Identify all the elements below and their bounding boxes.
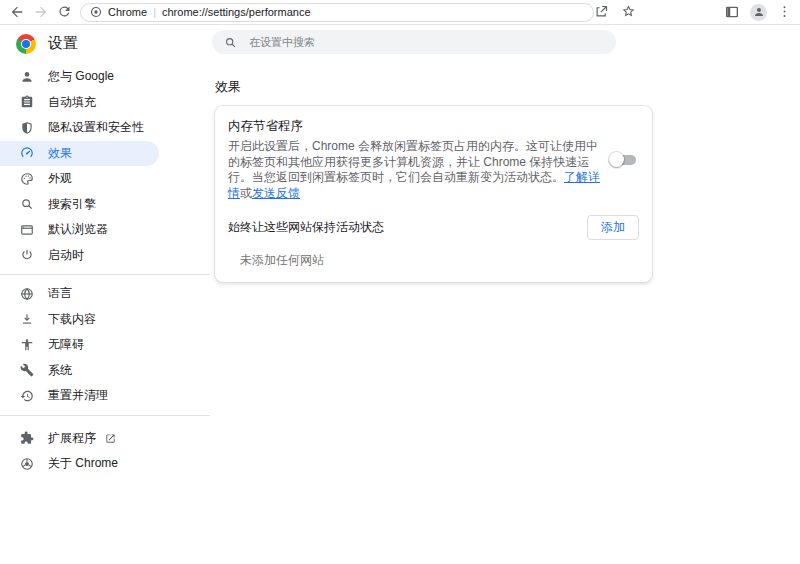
sidebar-item-on-startup[interactable]: 启动时 [0, 243, 210, 269]
sidebar-item-accessibility[interactable]: 无障碍 [0, 332, 210, 358]
search-icon [224, 36, 237, 49]
side-panel-icon[interactable] [724, 4, 740, 20]
download-icon [20, 312, 34, 326]
reload-icon[interactable] [57, 4, 73, 20]
sidebar-item-label: 无障碍 [48, 336, 84, 353]
chrome-mini-icon [90, 6, 102, 18]
sidebar-item-search-engine[interactable]: 搜索引擎 [0, 192, 210, 218]
sidebar-item-label: 默认浏览器 [48, 221, 108, 238]
toggle-knob [609, 152, 624, 167]
settings-search-bar[interactable] [212, 30, 616, 54]
sidebar-item-label: 您与 Google [48, 68, 114, 85]
add-site-button[interactable]: 添加 [587, 215, 639, 240]
autofill-icon [20, 95, 34, 109]
sidebar-item-label: 搜索引擎 [48, 196, 96, 213]
send-feedback-link[interactable]: 发送反馈 [252, 186, 300, 200]
sidebar-item-label: 关于 Chrome [48, 455, 118, 472]
sidebar-item-label: 自动填充 [48, 94, 96, 111]
sidebar-item-privacy-security[interactable]: 隐私设置和安全性 [0, 115, 210, 141]
memory-saver-description: 开启此设置后，Chrome 会释放闲置标签页占用的内存。这可让使用中的标签页和其… [228, 139, 602, 201]
sidebar-item-autofill[interactable]: 自动填充 [0, 90, 210, 116]
person-icon [20, 70, 34, 84]
back-icon[interactable] [9, 4, 25, 20]
power-icon [20, 248, 34, 262]
settings-sidebar: 您与 Google 自动填充 隐私设置和安全性 效果 外观 搜索引擎 默认浏览器… [0, 62, 210, 564]
sidebar-item-reset-cleanup[interactable]: 重置并清理 [0, 383, 210, 409]
sidebar-item-languages[interactable]: 语言 [0, 281, 210, 307]
sidebar-item-label: 扩展程序 [48, 430, 96, 447]
accessibility-icon [20, 338, 34, 352]
chrome-icon [20, 457, 34, 471]
sidebar-item-label: 启动时 [48, 247, 84, 264]
omnibox-separator: | [153, 6, 156, 18]
sidebar-item-you-and-google[interactable]: 您与 Google [0, 64, 210, 90]
globe-icon [20, 287, 34, 301]
open-in-new-icon [105, 433, 116, 444]
page-title: 设置 [48, 34, 78, 53]
sidebar-item-label: 下载内容 [48, 311, 96, 328]
empty-sites-message: 未添加任何网站 [228, 252, 639, 269]
sidebar-item-performance[interactable]: 效果 [0, 141, 159, 167]
speedometer-icon [20, 146, 34, 160]
browser-window-icon [20, 223, 34, 237]
chrome-logo-icon [16, 34, 36, 54]
magnifier-icon [20, 197, 34, 211]
share-icon[interactable] [594, 4, 610, 20]
sidebar-footer: 扩展程序 关于 Chrome [0, 422, 210, 477]
restore-icon [20, 389, 34, 403]
performance-settings-content: 效果 内存节省程序 开启此设置后，Chrome 会释放闲置标签页占用的内存。这可… [210, 62, 800, 564]
sidebar-item-extensions[interactable]: 扩展程序 [0, 426, 210, 452]
bookmark-star-icon[interactable] [621, 4, 637, 20]
sidebar-item-label: 系统 [48, 362, 72, 379]
omnibox-site-label: Chrome [108, 6, 147, 18]
sidebar-item-about-chrome[interactable]: 关于 Chrome [0, 451, 210, 477]
memory-saver-row: 内存节省程序 开启此设置后，Chrome 会释放闲置标签页占用的内存。这可让使用… [228, 118, 639, 201]
toolbar-right-cluster [594, 4, 793, 21]
section-title: 效果 [215, 78, 800, 96]
sidebar-item-default-browser[interactable]: 默认浏览器 [0, 217, 210, 243]
wrench-icon [20, 363, 34, 377]
sidebar-item-downloads[interactable]: 下载内容 [0, 307, 210, 333]
browser-toolbar: Chrome | chrome://settings/performance [0, 0, 800, 25]
kebab-menu-icon[interactable] [777, 4, 793, 20]
keep-active-label: 始终让这些网站保持活动状态 [228, 219, 384, 236]
omnibox[interactable]: Chrome | chrome://settings/performance [80, 3, 594, 22]
sidebar-item-label: 重置并清理 [48, 387, 108, 404]
forward-icon[interactable] [33, 4, 49, 20]
profile-avatar-icon[interactable] [750, 4, 767, 21]
sidebar-divider [0, 415, 210, 416]
memory-saver-toggle[interactable] [610, 152, 636, 167]
sidebar-item-label: 语言 [48, 285, 72, 302]
palette-icon [20, 172, 34, 186]
puzzle-icon [20, 431, 34, 445]
sidebar-divider [0, 274, 210, 275]
omnibox-url: chrome://settings/performance [162, 6, 311, 18]
sidebar-item-label: 效果 [48, 145, 72, 162]
settings-header: 设置 [0, 25, 800, 62]
keep-active-row: 始终让这些网站保持活动状态 添加 [228, 215, 639, 240]
sidebar-item-system[interactable]: 系统 [0, 358, 210, 384]
sidebar-item-label: 隐私设置和安全性 [48, 119, 144, 136]
memory-saver-description-text: 开启此设置后，Chrome 会释放闲置标签页占用的内存。这可让使用中的标签页和其… [228, 139, 598, 184]
memory-saver-title: 内存节省程序 [228, 118, 602, 135]
link-joiner: 或 [240, 186, 252, 200]
settings-search-input[interactable] [247, 35, 551, 49]
sidebar-item-appearance[interactable]: 外观 [0, 166, 210, 192]
memory-saver-text: 内存节省程序 开启此设置后，Chrome 会释放闲置标签页占用的内存。这可让使用… [228, 118, 602, 201]
sidebar-item-label: 外观 [48, 170, 72, 187]
shield-icon [20, 121, 34, 135]
performance-card: 内存节省程序 开启此设置后，Chrome 会释放闲置标签页占用的内存。这可让使用… [215, 106, 652, 282]
